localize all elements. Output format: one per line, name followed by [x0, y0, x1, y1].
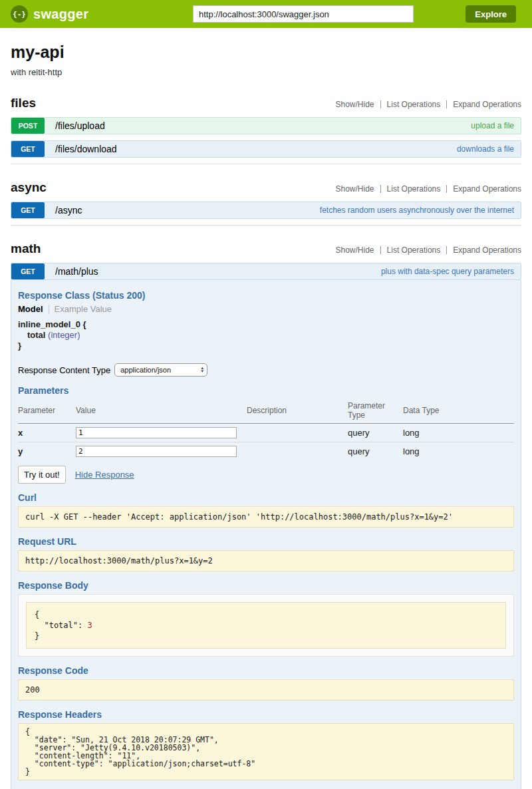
operation-path[interactable]: /async — [55, 202, 82, 218]
operation-get-async: GET /async fetches random users asynchro… — [11, 202, 521, 219]
operation-post-files-upload: POST /files/upload upload a file — [11, 117, 521, 134]
operation-header[interactable]: POST /files/upload upload a file — [11, 117, 521, 134]
response-body-json: { "total": 3} — [26, 602, 506, 649]
operation-header[interactable]: GET /math/plus plus with data-spec query… — [11, 263, 521, 280]
swagger-logo[interactable]: {-} swagger — [11, 5, 88, 23]
operation-summary[interactable]: upload a file — [471, 118, 514, 134]
column-header: Value — [76, 399, 247, 424]
request-url-heading: Request URL — [18, 536, 514, 547]
response-code-heading: Response Code — [18, 665, 514, 676]
param-data-type: long — [403, 424, 514, 442]
column-header: Parameter Type — [348, 399, 403, 424]
parameters-heading: Parameters — [18, 385, 514, 396]
operation-get-files-download: GET /files/download downloads a file — [11, 140, 521, 158]
model-signature: inline_model_0 { total (integer) } — [18, 319, 514, 351]
operation-header[interactable]: GET /files/download downloads a file — [11, 140, 521, 158]
curl-heading: Curl — [18, 492, 514, 503]
api-title: my-api — [11, 43, 521, 62]
operation-header[interactable]: GET /async fetches random users asynchro… — [11, 202, 521, 219]
method-badge: POST — [11, 118, 45, 134]
resource-title-async[interactable]: async — [11, 180, 47, 195]
list-operations-link[interactable]: List Operations — [381, 184, 447, 194]
resource-title-files[interactable]: files — [11, 96, 36, 110]
resource-async: async Show/Hide List Operations Expand O… — [11, 164, 521, 219]
column-header: Description — [247, 399, 348, 424]
method-badge: GET — [11, 141, 45, 157]
response-body-heading: Response Body — [18, 580, 514, 591]
request-url-value: http://localhost:3000/math/plus?x=1&y=2 — [18, 550, 514, 571]
operation-path[interactable]: /math/plus — [55, 263, 98, 279]
response-content-type-select[interactable]: application/json ▲▼ — [114, 363, 207, 377]
swagger-url-input[interactable] — [193, 5, 414, 23]
response-headers-heading: Response Headers — [18, 709, 514, 720]
resource-links: Show/Hide List Operations Expand Operati… — [330, 100, 521, 109]
param-name: x — [18, 424, 76, 442]
expand-operations-link[interactable]: Expand Operations — [447, 245, 521, 255]
operation-path[interactable]: /files/download — [55, 141, 117, 157]
expand-operations-link[interactable]: Expand Operations — [447, 100, 521, 109]
operation-summary[interactable]: downloads a file — [457, 141, 514, 157]
separator — [49, 305, 49, 314]
brand-text: swagger — [33, 7, 88, 22]
param-description — [247, 442, 348, 461]
method-badge: GET — [11, 263, 45, 279]
property-type: (integer) — [48, 330, 80, 340]
param-name: y — [18, 442, 76, 461]
hide-response-link[interactable]: Hide Response — [75, 470, 134, 480]
param-row-x: x query long — [18, 424, 514, 442]
method-badge: GET — [11, 202, 45, 218]
operation-summary[interactable]: fetches random users asynchronously over… — [320, 202, 514, 218]
response-body-container: { "total": 3} — [18, 594, 514, 657]
operation-path[interactable]: /files/upload — [55, 118, 105, 134]
param-row-y: y query long — [18, 442, 514, 461]
json-number-value: 3 — [87, 621, 92, 630]
list-operations-link[interactable]: List Operations — [381, 245, 447, 255]
top-bar: {-} swagger Explore — [0, 0, 532, 28]
column-header: Data Type — [403, 399, 514, 424]
parameters-table: Parameter Value Description Parameter Ty… — [18, 399, 514, 460]
response-headers-json: { "date": "Sun, 21 Oct 2018 20:07:29 GMT… — [18, 723, 514, 780]
operation-expanded-content: Response Class (Status 200) Model Exampl… — [11, 280, 521, 789]
operation-summary[interactable]: plus with data-spec query parameters — [381, 263, 514, 279]
try-it-out-button[interactable]: Try it out! — [18, 466, 66, 484]
explore-button[interactable]: Explore — [466, 5, 516, 23]
resource-files: files Show/Hide List Operations Expand O… — [11, 80, 521, 158]
show-hide-link[interactable]: Show/Hide — [330, 245, 380, 255]
swagger-logo-icon: {-} — [11, 5, 28, 23]
param-data-type: long — [403, 442, 514, 461]
resource-links: Show/Hide List Operations Expand Operati… — [330, 245, 521, 255]
param-value-input-y[interactable] — [76, 446, 237, 457]
resource-title-math[interactable]: math — [11, 241, 41, 256]
tab-model[interactable]: Model — [18, 304, 43, 314]
resource-links: Show/Hide List Operations Expand Operati… — [330, 184, 521, 194]
param-description — [247, 424, 348, 442]
param-value-input-x[interactable] — [76, 427, 237, 438]
resource-math: math Show/Hide List Operations Expand Op… — [11, 225, 521, 789]
operation-get-math-plus: GET /math/plus plus with data-spec query… — [11, 263, 521, 789]
tab-example-value[interactable]: Example Value — [55, 304, 112, 314]
curl-command: curl -X GET --header 'Accept: applicatio… — [18, 506, 514, 528]
response-class-heading: Response Class (Status 200) — [18, 290, 514, 301]
api-subtitle: with reitit-http — [11, 67, 521, 77]
response-content-type-label: Response Content Type — [18, 365, 110, 375]
list-operations-link[interactable]: List Operations — [381, 100, 447, 109]
column-header: Parameter — [18, 399, 76, 424]
param-type: query — [348, 442, 403, 461]
show-hide-link[interactable]: Show/Hide — [330, 100, 380, 109]
response-code-value: 200 — [18, 679, 514, 701]
select-arrows-icon: ▲▼ — [200, 367, 204, 373]
show-hide-link[interactable]: Show/Hide — [330, 184, 380, 194]
expand-operations-link[interactable]: Expand Operations — [447, 184, 521, 194]
param-type: query — [348, 424, 403, 442]
